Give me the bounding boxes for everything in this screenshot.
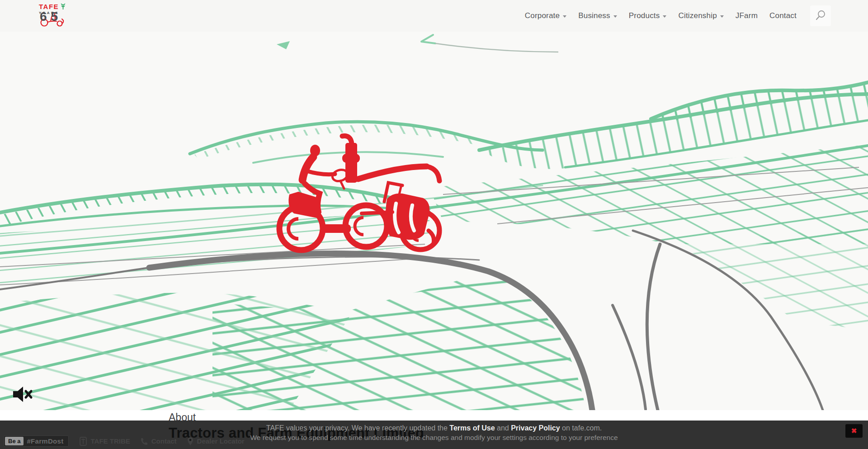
farmdost-tag: #FarmDost <box>27 437 63 445</box>
tafe-logo[interactable]: TAFE 65 YEARS <box>39 3 71 30</box>
search-button[interactable] <box>810 5 831 26</box>
quick-links-bar: Be a #FarmDost TAFE TRIBE Contact <box>4 435 245 447</box>
farmdost-button[interactable]: Be a #FarmDost <box>4 435 69 447</box>
privacy-policy-link[interactable]: Privacy Policy <box>511 424 560 432</box>
tafe-tribe-link[interactable]: TAFE TRIBE <box>79 436 130 446</box>
terms-of-use-link[interactable]: Terms of Use <box>449 424 495 432</box>
chevron-down-icon <box>720 15 724 18</box>
map-pin-icon <box>187 437 194 446</box>
nav-products[interactable]: Products <box>629 11 667 20</box>
logo-anniversary-number: 65 <box>40 9 62 24</box>
farmdost-prefix: Be a <box>5 437 24 445</box>
farm-sketch-illustration <box>0 32 868 410</box>
search-icon <box>813 8 828 24</box>
nav-jfarm[interactable]: JFarm <box>736 11 758 20</box>
nav-corporate[interactable]: Corporate <box>525 11 566 20</box>
site-header: TAFE 65 YEARS <box>0 0 868 32</box>
chevron-down-icon <box>613 15 617 18</box>
dealer-locator-link[interactable]: Dealer Locator <box>187 437 245 446</box>
cookie-close-button[interactable]: ✖ <box>845 424 863 438</box>
phone-icon <box>140 437 148 445</box>
main-nav: Corporate Business Products Citizenship … <box>525 0 831 32</box>
nav-business[interactable]: Business <box>578 11 617 20</box>
hero-video <box>0 32 868 410</box>
tafe-tribe-icon <box>79 436 88 446</box>
mute-icon <box>12 385 33 403</box>
chevron-down-icon <box>563 15 566 18</box>
nav-contact[interactable]: Contact <box>769 11 797 20</box>
wheat-leaf-icon <box>60 3 66 10</box>
cookie-overlay: Be a #FarmDost TAFE TRIBE Contact <box>0 421 868 449</box>
contact-quick-link[interactable]: Contact <box>140 437 177 445</box>
nav-citizenship[interactable]: Citizenship <box>678 11 723 20</box>
mute-button[interactable] <box>12 385 33 405</box>
chevron-down-icon <box>663 15 666 18</box>
